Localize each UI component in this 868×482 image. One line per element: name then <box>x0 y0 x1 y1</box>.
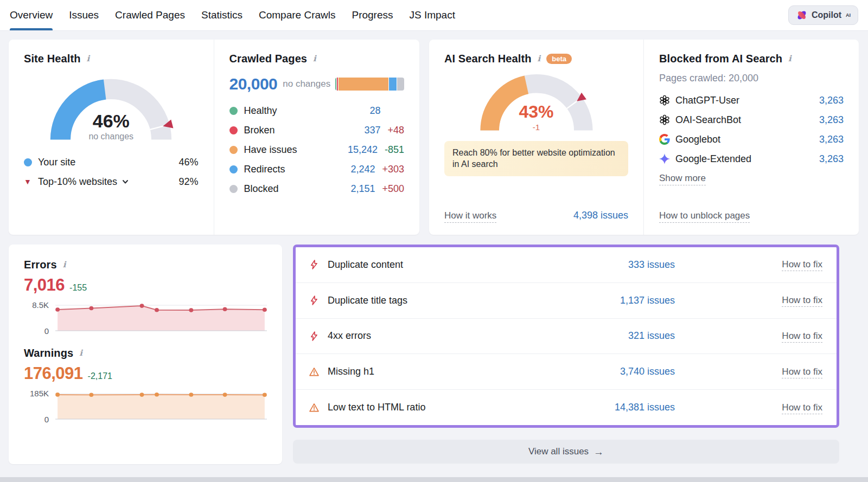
blocked-ai-title: Blocked from AI Search <box>659 53 782 65</box>
show-more-link[interactable]: Show more <box>659 173 706 185</box>
crawled-legend-count-link[interactable]: 2,151 <box>321 183 375 195</box>
issue-row[interactable]: Missing h13,740 issuesHow to fix <box>296 354 837 389</box>
have-issues-dot-icon <box>229 146 238 154</box>
issue-row[interactable]: Duplicate title tags1,137 issuesHow to f… <box>296 282 837 318</box>
crawled-pages-title: Crawled Pages <box>229 53 308 65</box>
issue-count-link[interactable]: 14,381 issues <box>615 402 675 413</box>
issue-fix-cell: How to fix <box>675 295 822 306</box>
bot-count-link[interactable]: 3,263 <box>819 134 844 145</box>
errors-ymax-label: 8.5K <box>24 300 49 310</box>
site-health-gauge: 46% no changes <box>47 74 175 144</box>
bot-count-link[interactable]: 3,263 <box>819 95 844 106</box>
google-icon <box>659 134 675 145</box>
how-to-fix-link[interactable]: How to fix <box>782 295 822 307</box>
info-icon[interactable]: i <box>78 349 84 357</box>
ai-search-notice: Reach 80% for better website optimizatio… <box>444 141 628 176</box>
how-to-unblock-link[interactable]: How to unblock pages <box>659 210 750 223</box>
warnings-delta: -2,171 <box>88 371 112 381</box>
bot-count-link[interactable]: 3,263 <box>819 153 844 165</box>
crawled-legend-count-link[interactable]: 28 <box>324 105 381 117</box>
crawled-legend-row: Blocked2,151+500 <box>229 179 405 198</box>
crawled-legend-label: Have issues <box>244 144 323 156</box>
how-it-works-link[interactable]: How it works <box>444 210 496 223</box>
crawled-legend-count-link[interactable]: 2,242 <box>321 164 375 175</box>
red-triangle-icon: ▼ <box>24 177 31 186</box>
crawled-legend-label: Broken <box>244 125 324 136</box>
issue-count-link[interactable]: 321 issues <box>628 330 675 342</box>
nav-tab-issues[interactable]: Issues <box>69 0 99 30</box>
crawled-legend-row: Healthy28 <box>229 101 405 120</box>
warning-triangle-icon <box>309 367 321 377</box>
info-icon[interactable]: i <box>62 261 67 269</box>
crawled-legend-count-link[interactable]: 15,242 <box>322 144 378 156</box>
crawled-legend-label: Blocked <box>244 183 321 195</box>
chevron-down-icon[interactable] <box>122 178 129 185</box>
issue-count-link[interactable]: 3,740 issues <box>620 366 675 377</box>
nav-tab-overview[interactable]: Overview <box>10 0 53 30</box>
errors-count: 7,016 <box>24 275 65 295</box>
site-health-percent: 46% <box>47 111 175 131</box>
issue-row[interactable]: Low text to HTML ratio14,381 issuesHow t… <box>296 389 837 425</box>
how-to-fix-link[interactable]: How to fix <box>782 402 822 414</box>
gemini-icon <box>659 153 675 164</box>
copilot-icon <box>796 9 808 21</box>
bot-name: ChatGPT-User <box>675 95 739 106</box>
site-health-title: Site Health <box>24 53 80 65</box>
nav-tab-crawled-pages[interactable]: Crawled Pages <box>115 0 185 30</box>
ai-search-change: -1 <box>477 121 596 133</box>
nav-tabs: OverviewIssuesCrawled PagesStatisticsCom… <box>10 0 455 30</box>
errors-warnings-card: Errors i 7,016 -155 8.5K 0 Warnings <box>9 245 282 464</box>
issue-count-link[interactable]: 333 issues <box>628 259 675 271</box>
issue-row[interactable]: Duplicate content333 issuesHow to fix <box>296 247 837 282</box>
errors-sparkline <box>55 303 267 334</box>
crawled-pages-section: Crawled Pages i 20,000 no changes Health… <box>214 40 420 235</box>
info-icon[interactable]: i <box>312 55 317 63</box>
site-health-change: no changes <box>47 131 175 143</box>
ai-issues-link[interactable]: 4,398 issues <box>573 210 628 221</box>
issue-fix-cell: How to fix <box>675 402 822 413</box>
crawled-legend-row: Redirects2,242+303 <box>229 159 405 179</box>
view-all-issues-button[interactable]: View all issues → <box>293 440 839 464</box>
blocked-bot-row: Googlebot3,263 <box>659 130 844 149</box>
info-icon[interactable]: i <box>85 55 91 63</box>
blocked-bot-row: OAI-SearchBot3,263 <box>659 110 844 130</box>
crawled-legend-delta: +48 <box>387 125 404 136</box>
warning-triangle-icon <box>309 402 321 413</box>
crawled-legend-delta: +303 <box>382 164 404 175</box>
ai-search-percent: 43% <box>477 102 596 121</box>
bot-name: OAI-SearchBot <box>675 114 741 126</box>
copilot-ai-superscript: AI <box>846 12 851 18</box>
crawled-legend-count-link[interactable]: 337 <box>324 125 380 136</box>
beta-badge: beta <box>546 54 572 64</box>
copilot-label: Copilot <box>812 10 841 20</box>
issue-count-link[interactable]: 1,137 issues <box>620 295 675 306</box>
nav-tab-compare-crawls[interactable]: Compare Crawls <box>259 0 335 30</box>
copilot-button[interactable]: CopilotAI <box>788 5 858 25</box>
info-icon[interactable]: i <box>787 55 793 63</box>
how-to-fix-link[interactable]: How to fix <box>782 259 822 271</box>
warnings-block: Warnings i 176,091 -2,171 185K 0 <box>24 347 267 422</box>
issue-row[interactable]: 4xx errors321 issuesHow to fix <box>296 318 837 354</box>
nav-tab-statistics[interactable]: Statistics <box>201 0 242 30</box>
nav-tab-js-impact[interactable]: JS Impact <box>410 0 455 30</box>
info-icon[interactable]: i <box>537 55 542 63</box>
ai-search-health-section: AI Search Health i beta 43% -1 Reach 80%… <box>429 40 644 235</box>
issue-label: Duplicate title tags <box>328 295 407 306</box>
bot-name: Google-Extended <box>675 153 751 165</box>
your-site-label: Your site <box>38 157 75 168</box>
bar-segment-redirects <box>389 78 397 91</box>
bar-segment-broken <box>337 78 338 91</box>
blocked-dot-icon <box>229 185 238 193</box>
error-bolt-icon <box>309 295 321 306</box>
how-to-fix-link[interactable]: How to fix <box>782 331 822 343</box>
nav-tab-progress[interactable]: Progress <box>352 0 393 30</box>
warnings-ymax-label: 185K <box>24 389 49 398</box>
blocked-bots-list: ChatGPT-User3,263OAI-SearchBot3,263Googl… <box>659 91 844 169</box>
crawled-legend-label: Healthy <box>244 105 324 117</box>
bot-count-link[interactable]: 3,263 <box>819 114 844 126</box>
issue-fix-cell: How to fix <box>675 367 822 377</box>
how-to-fix-link[interactable]: How to fix <box>782 367 822 378</box>
errors-delta: -155 <box>69 283 87 293</box>
ai-search-health-title: AI Search Health <box>444 53 532 65</box>
bar-segment-have-issues <box>339 78 388 91</box>
